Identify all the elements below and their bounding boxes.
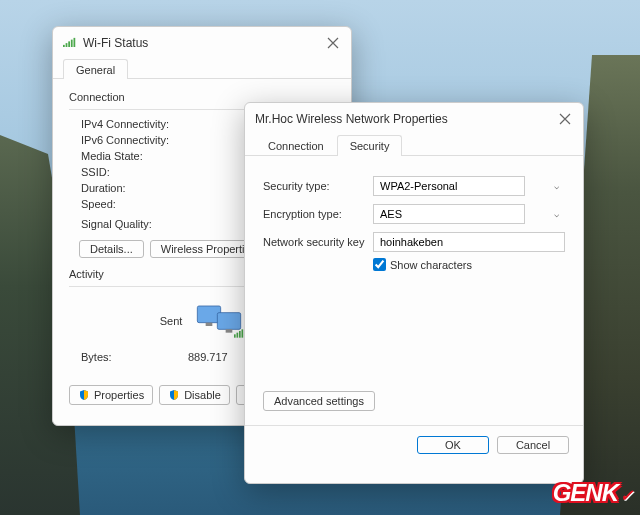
network-properties-window: Mr.Hoc Wireless Network Properties Conne… [244,102,584,484]
bytes-label: Bytes: [81,351,112,369]
disable-button-label: Disable [184,389,221,401]
ok-button[interactable]: OK [417,436,489,454]
security-type-label: Security type: [263,180,373,192]
security-tab-content: Security type: ⌵ Encryption type: ⌵ Netw… [245,156,583,419]
svg-rect-11 [239,331,241,338]
close-icon[interactable] [325,35,341,51]
activity-sent-label: Sent [160,315,183,327]
properties-button-label: Properties [94,389,144,401]
network-key-label: Network security key [263,236,373,248]
wifi-status-title: Wi-Fi Status [83,36,325,50]
network-properties-titlebar: Mr.Hoc Wireless Network Properties [245,103,583,131]
media-state-label: Media State: [81,150,211,162]
shield-icon [78,389,90,401]
svg-rect-4 [74,38,76,48]
encryption-type-label: Encryption type: [263,208,373,220]
ssid-label: SSID: [81,166,211,178]
network-properties-title: Mr.Hoc Wireless Network Properties [255,112,557,126]
svg-rect-7 [206,323,213,326]
dialog-footer: OK Cancel [245,426,583,464]
svg-rect-2 [68,41,70,47]
signal-quality-label: Signal Quality: [81,218,211,230]
security-type-dropdown[interactable] [373,176,525,196]
wifi-icon [63,37,77,50]
svg-rect-9 [234,334,236,337]
details-button[interactable]: Details... [79,240,144,258]
svg-rect-6 [218,313,241,330]
svg-rect-8 [226,329,233,332]
watermark-logo: GENK [553,479,632,507]
svg-rect-0 [63,45,65,48]
chevron-down-icon: ⌵ [554,209,559,219]
svg-rect-1 [66,43,68,47]
shield-icon [168,389,180,401]
show-characters-label: Show characters [390,259,472,271]
show-characters-checkbox[interactable] [373,258,386,271]
bytes-value: 889.717 [188,351,228,369]
svg-rect-3 [71,39,73,47]
network-properties-tabs: Connection Security [245,131,583,156]
advanced-settings-button[interactable]: Advanced settings [263,391,375,411]
close-icon[interactable] [557,111,573,127]
properties-button[interactable]: Properties [69,385,153,405]
encryption-type-dropdown[interactable] [373,204,525,224]
duration-label: Duration: [81,182,211,194]
svg-rect-10 [237,333,239,338]
network-key-input[interactable] [373,232,565,252]
wifi-status-tabs: General [53,55,351,79]
tab-security[interactable]: Security [337,135,403,156]
tab-connection[interactable]: Connection [255,135,337,155]
speed-label: Speed: [81,198,211,210]
chevron-down-icon: ⌵ [554,181,559,191]
wifi-status-titlebar: Wi-Fi Status [53,27,351,55]
ipv6-label: IPv6 Connectivity: [81,134,211,146]
tab-general[interactable]: General [63,59,128,79]
cancel-button[interactable]: Cancel [497,436,569,454]
disable-button[interactable]: Disable [159,385,230,405]
network-activity-icon [194,301,244,341]
ipv4-label: IPv4 Connectivity: [81,118,211,130]
